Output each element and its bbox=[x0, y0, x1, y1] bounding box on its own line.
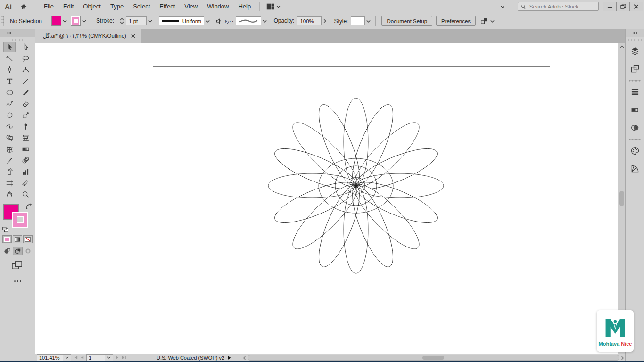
vertical-scrollbar[interactable] bbox=[618, 43, 625, 354]
draw-behind-mode[interactable] bbox=[13, 247, 23, 255]
artboards-panel-button[interactable] bbox=[626, 60, 644, 78]
first-page-icon[interactable] bbox=[73, 355, 78, 360]
change-screen-mode-button[interactable] bbox=[0, 261, 35, 270]
panel-group-handle[interactable] bbox=[626, 137, 644, 142]
blend-tool[interactable] bbox=[19, 155, 32, 165]
menu-effect[interactable]: Effect bbox=[155, 3, 180, 10]
brush-definition-chevron[interactable] bbox=[261, 16, 268, 26]
artboard-tool[interactable] bbox=[3, 178, 16, 188]
draw-normal-mode[interactable] bbox=[2, 247, 12, 255]
none-button[interactable] bbox=[23, 235, 33, 243]
menu-window[interactable]: Window bbox=[202, 3, 233, 10]
menu-object[interactable]: Object bbox=[78, 3, 106, 10]
color-button[interactable] bbox=[2, 235, 12, 243]
menu-file[interactable]: File bbox=[39, 3, 58, 10]
direct-selection-tool[interactable] bbox=[19, 42, 32, 52]
paintbrush-tool[interactable] bbox=[19, 87, 32, 98]
lasso-tool[interactable] bbox=[19, 53, 32, 64]
brush-definition-field[interactable] bbox=[236, 16, 261, 25]
menu-help[interactable]: Help bbox=[233, 3, 256, 10]
stroke-weight-field[interactable]: 1 pt bbox=[126, 16, 147, 25]
layers-panel-button[interactable] bbox=[626, 42, 644, 60]
default-fill-stroke-icon[interactable] bbox=[2, 227, 8, 232]
puppet-warp-tool[interactable] bbox=[19, 121, 32, 132]
gradient-tool[interactable] bbox=[19, 144, 32, 154]
ellipse-tool[interactable] bbox=[3, 87, 16, 98]
color-guide-panel-button[interactable] bbox=[626, 160, 644, 178]
line-segment-tool[interactable] bbox=[19, 76, 32, 86]
style-chevron[interactable] bbox=[365, 16, 372, 26]
panel-collapse-chevron[interactable] bbox=[500, 5, 505, 8]
scale-tool[interactable] bbox=[19, 110, 32, 120]
gradient-panel-button[interactable] bbox=[626, 101, 644, 119]
next-page-icon[interactable] bbox=[115, 355, 119, 360]
stroke-dropdown-chevron[interactable] bbox=[81, 16, 87, 26]
symbol-sprayer-tool[interactable] bbox=[3, 166, 16, 177]
zoom-tool[interactable] bbox=[19, 189, 32, 199]
width-tool[interactable] bbox=[3, 121, 16, 132]
chevron-down-icon[interactable] bbox=[490, 20, 495, 23]
swap-fill-stroke-icon[interactable] bbox=[25, 203, 32, 209]
edit-toolbar-button[interactable] bbox=[0, 280, 35, 282]
style-field[interactable] bbox=[351, 16, 365, 25]
workspace-switcher[interactable] bbox=[264, 3, 283, 10]
minimize-button[interactable] bbox=[603, 2, 617, 11]
adobe-stock-search[interactable] bbox=[518, 2, 599, 11]
zoom-level-chevron[interactable] bbox=[63, 354, 71, 361]
zoom-level-field[interactable]: 101.41% bbox=[37, 354, 63, 361]
drag-handle[interactable] bbox=[628, 39, 642, 41]
drag-handle[interactable] bbox=[1, 16, 4, 26]
panel-group-handle[interactable] bbox=[626, 78, 644, 83]
horizontal-scrollbar[interactable] bbox=[243, 355, 624, 361]
drag-handle[interactable] bbox=[10, 39, 25, 41]
document-tab[interactable]: گل.ai* @ ۱۰۱,۴۱% (CMYK/Outline) bbox=[35, 29, 141, 43]
rotate-tool[interactable] bbox=[3, 110, 16, 120]
transparency-panel-button[interactable] bbox=[626, 119, 644, 137]
draw-inside-mode[interactable] bbox=[23, 247, 33, 255]
hand-tool[interactable] bbox=[3, 189, 16, 199]
status-show-arrow[interactable] bbox=[227, 355, 231, 360]
perspective-grid-tool[interactable] bbox=[19, 132, 32, 143]
scroll-right-arrow[interactable] bbox=[621, 356, 624, 360]
stroke-proxy[interactable] bbox=[12, 212, 28, 228]
gradient-button[interactable] bbox=[13, 235, 22, 243]
preferences-button[interactable]: Preferences bbox=[436, 16, 476, 26]
menu-edit[interactable]: Edit bbox=[58, 3, 78, 10]
curvature-tool[interactable] bbox=[19, 65, 32, 75]
menu-select[interactable]: Select bbox=[128, 3, 155, 10]
stroke-color-swatch[interactable] bbox=[71, 16, 81, 26]
stroke-weight-label[interactable]: Stroke: bbox=[96, 17, 114, 25]
opacity-panel-arrow[interactable] bbox=[322, 16, 328, 26]
vertical-scroll-thumb[interactable] bbox=[619, 191, 624, 206]
document-setup-button[interactable]: Document Setup bbox=[381, 16, 432, 26]
restore-button[interactable] bbox=[616, 2, 630, 11]
fill-dropdown-chevron[interactable] bbox=[61, 16, 68, 26]
stroke-weight-chevron[interactable] bbox=[147, 16, 153, 26]
selection-tool[interactable] bbox=[3, 42, 16, 52]
home-icon[interactable] bbox=[17, 3, 31, 10]
opacity-field[interactable]: 100% bbox=[297, 16, 322, 25]
eraser-tool[interactable] bbox=[19, 99, 32, 109]
page-number-chevron[interactable] bbox=[105, 354, 113, 361]
close-button[interactable] bbox=[629, 2, 643, 11]
flower-artwork[interactable] bbox=[35, 43, 618, 354]
type-tool[interactable] bbox=[3, 76, 16, 86]
search-input[interactable] bbox=[528, 3, 595, 10]
panel-expand-button[interactable] bbox=[626, 29, 644, 37]
color-panel-button[interactable] bbox=[626, 142, 644, 160]
width-profile-chevron[interactable] bbox=[204, 16, 211, 26]
shape-builder-tool[interactable] bbox=[3, 132, 16, 143]
horizontal-scroll-thumb[interactable] bbox=[422, 356, 444, 360]
tools-collapse-button[interactable] bbox=[0, 29, 35, 37]
pen-tool[interactable] bbox=[3, 65, 16, 75]
menu-view[interactable]: View bbox=[180, 3, 202, 10]
page-number-field[interactable]: 1 bbox=[86, 354, 105, 361]
scroll-left-arrow[interactable] bbox=[243, 356, 246, 360]
stroke-weight-stepper[interactable] bbox=[120, 16, 124, 26]
fill-color-swatch[interactable] bbox=[51, 16, 61, 26]
menu-type[interactable]: Type bbox=[106, 3, 128, 10]
mesh-tool[interactable] bbox=[3, 144, 16, 154]
column-graph-tool[interactable] bbox=[19, 166, 32, 177]
width-profile-field[interactable]: Uniform bbox=[159, 16, 204, 25]
magic-wand-tool[interactable] bbox=[3, 53, 16, 64]
